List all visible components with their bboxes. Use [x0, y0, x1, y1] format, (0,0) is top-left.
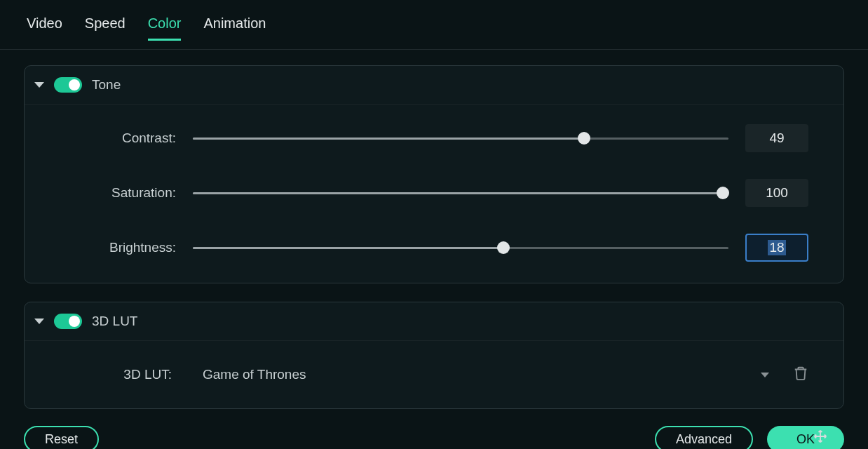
lut-field-label: 3D LUT:	[60, 367, 193, 382]
tab-speed[interactable]: Speed	[85, 15, 126, 41]
lut-body: 3D LUT: Game of Thrones	[25, 341, 843, 408]
saturation-label: Saturation:	[60, 185, 193, 201]
lut-selected-value: Game of Thrones	[203, 367, 306, 382]
tone-body: Contrast: 49 Saturation: 100 Brightness:…	[25, 105, 843, 283]
lut-panel: 3D LUT 3D LUT: Game of Thrones	[24, 302, 844, 409]
contrast-thumb[interactable]	[578, 132, 590, 145]
tab-animation[interactable]: Animation	[203, 15, 266, 41]
trash-icon[interactable]	[793, 366, 808, 384]
brightness-label: Brightness:	[60, 240, 193, 255]
lut-toggle[interactable]	[54, 314, 82, 329]
lut-title: 3D LUT	[92, 314, 137, 329]
move-cursor-icon	[813, 429, 827, 446]
brightness-slider[interactable]	[193, 247, 728, 249]
tone-header: Tone	[25, 66, 843, 105]
contrast-slider[interactable]	[193, 138, 728, 140]
reset-button[interactable]: Reset	[24, 426, 99, 449]
chevron-down-icon[interactable]	[34, 82, 44, 88]
tab-color[interactable]: Color	[148, 15, 182, 41]
advanced-button[interactable]: Advanced	[655, 426, 753, 449]
footer: Reset Advanced OK	[0, 409, 868, 449]
tone-toggle[interactable]	[54, 77, 82, 93]
saturation-value[interactable]: 100	[745, 179, 808, 207]
brightness-thumb[interactable]	[497, 241, 510, 254]
contrast-label: Contrast:	[60, 130, 193, 146]
lut-header: 3D LUT	[25, 302, 843, 341]
tone-panel: Tone Contrast: 49 Saturation: 100 Bright…	[24, 65, 844, 283]
brightness-row: Brightness: 18	[60, 234, 808, 262]
chevron-down-icon	[761, 373, 769, 377]
contrast-row: Contrast: 49	[60, 124, 808, 152]
saturation-slider[interactable]	[193, 192, 728, 194]
lut-select[interactable]: Game of Thrones	[193, 361, 779, 389]
saturation-row: Saturation: 100	[60, 179, 808, 207]
tab-bar: Video Speed Color Animation	[0, 0, 868, 50]
contrast-value[interactable]: 49	[745, 124, 808, 152]
ok-button[interactable]: OK	[767, 426, 844, 449]
saturation-thumb[interactable]	[717, 187, 729, 199]
tone-title: Tone	[92, 77, 121, 93]
chevron-down-icon[interactable]	[34, 319, 44, 324]
brightness-value[interactable]: 18	[745, 234, 808, 262]
tab-video[interactable]: Video	[27, 15, 62, 41]
